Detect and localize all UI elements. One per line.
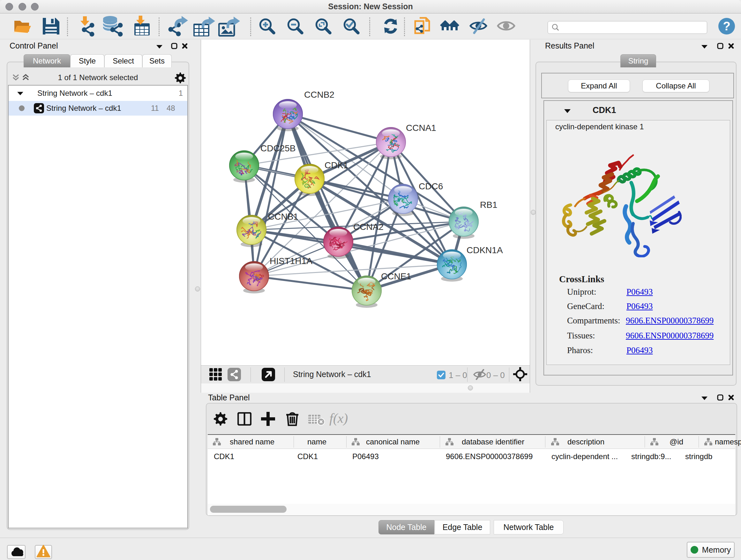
svg-text:CCNE1: CCNE1	[381, 271, 411, 281]
svg-text:RB1: RB1	[480, 200, 497, 210]
svg-text:CCNA1: CCNA1	[406, 123, 436, 133]
svg-text:CCNB1: CCNB1	[268, 212, 298, 222]
svg-text:HIST1H1A: HIST1H1A	[270, 256, 313, 266]
svg-text:CCNA2: CCNA2	[353, 222, 384, 232]
svg-text:?: ?	[723, 19, 730, 33]
svg-text:CDC6: CDC6	[419, 181, 443, 191]
svg-text:CDK1: CDK1	[325, 160, 348, 170]
svg-text:CDC25B: CDC25B	[260, 143, 295, 153]
svg-text:CCNB2: CCNB2	[304, 90, 334, 100]
svg-text:CDKN1A: CDKN1A	[467, 245, 503, 255]
